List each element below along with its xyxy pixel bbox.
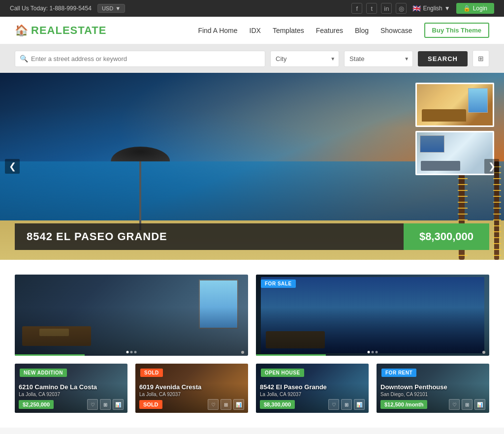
card-1-grid-button[interactable]: ⊞ [100, 399, 111, 410]
card-3-address: La Jolla, CA 92037 [260, 392, 365, 397]
card-2-chart-button[interactable]: 📊 [233, 399, 244, 410]
thumb-interior-1 [417, 84, 493, 125]
nav-links: Find A Home IDX Templates Features Blog … [198, 23, 489, 38]
card-1-title: 6210 Camino De La Costa [19, 383, 124, 391]
card-4-chart-button[interactable]: 📊 [474, 399, 485, 410]
card-dot-c [376, 351, 378, 353]
sold-badge: SOLD [140, 369, 163, 377]
card-dot-a [368, 351, 370, 353]
properties-section: FOR SALE NEW ADDITION 6210 Camino De La … [0, 260, 504, 428]
couch-decor [422, 109, 466, 122]
logo[interactable]: 🏠 REALESTATE [15, 24, 106, 37]
hero-section: ❮ ❯ 8542 EL PASEO GRANDE $8,300,000 [0, 73, 504, 260]
property-card-1[interactable]: NEW ADDITION 6210 Camino De La Costa La … [15, 364, 127, 413]
card-4-bottom: Downtown Penthouse San Diego, CA 92101 $… [377, 380, 489, 413]
palm-trunk-2 [494, 161, 499, 260]
card-dot-1 [126, 351, 129, 353]
nav-idx[interactable]: IDX [250, 27, 261, 34]
card-2-heart-button[interactable]: ♡ [208, 399, 219, 410]
property-card-large-2[interactable]: FOR SALE [256, 275, 489, 356]
card-2-price: SOLD [139, 400, 162, 409]
hero-thumbnail-2[interactable] [415, 131, 494, 175]
card-2-actions: ♡ ⊞ 📊 [208, 399, 244, 410]
hero-thumbnail-1[interactable] [415, 83, 494, 127]
nav-templates[interactable]: Templates [273, 27, 304, 34]
hero-thumbnails [415, 83, 494, 175]
card-4-grid-button[interactable]: ⊞ [462, 399, 472, 410]
twitter-icon[interactable]: t [366, 3, 377, 14]
logo-text: REALESTATE [31, 24, 106, 37]
city-select[interactable]: City [270, 51, 339, 67]
nav-blog[interactable]: Blog [355, 27, 369, 34]
card-dots-2 [368, 351, 378, 353]
property-card-3[interactable]: OPEN HOUSE 8542 El Paseo Grande La Jolla… [256, 364, 369, 413]
hero-prev-button[interactable]: ❮ [5, 159, 20, 174]
card-3-title: 8542 El Paseo Grande [260, 383, 365, 391]
card-3-bottom: 8542 El Paseo Grande La Jolla, CA 92037 … [256, 380, 369, 413]
language-label: English [423, 5, 442, 12]
search-button[interactable]: SEARCH [418, 51, 468, 66]
login-label: Login [473, 5, 487, 12]
property-card-large-1[interactable] [15, 275, 248, 356]
instagram-icon[interactable]: ◎ [396, 3, 407, 14]
card-1-price: $2,250,000 [19, 400, 54, 409]
card-3-chart-button[interactable]: 📊 [354, 399, 365, 410]
linkedin-icon[interactable]: in [381, 3, 392, 14]
flag-icon: 🇬🇧 [412, 4, 421, 12]
card-dot-2 [130, 351, 133, 353]
card-4-price: $12,500 /month [380, 400, 427, 409]
card-2-price-row: SOLD ♡ ⊞ 📊 [139, 399, 244, 410]
search-input-wrapper: 🔍 [15, 51, 265, 67]
card-1-price-row: $2,250,000 ♡ ⊞ 📊 [19, 399, 124, 410]
status-badge-for-sale: FOR SALE [261, 279, 296, 288]
card-3-price-row: $8,300,000 ♡ ⊞ 📊 [260, 399, 365, 410]
search-icon: 🔍 [20, 55, 28, 62]
card-dot-3 [134, 351, 137, 353]
card-4-price-row: $12,500 /month ♡ ⊞ 📊 [380, 399, 485, 410]
card-2-grid-button[interactable]: ⊞ [220, 399, 231, 410]
card-3-actions: ♡ ⊞ 📊 [328, 399, 365, 410]
hero-umbrella-decor [111, 142, 170, 230]
facebook-icon[interactable]: f [351, 3, 362, 14]
hero-price: $8,300,000 [404, 223, 489, 250]
nav-showcase[interactable]: Showcase [380, 27, 412, 34]
grid-view-button[interactable]: ⊞ [472, 50, 489, 67]
state-select-wrapper: State [344, 51, 413, 67]
lock-icon: 🔒 [463, 5, 471, 12]
chevron-down-icon: ▼ [444, 5, 450, 12]
umbrella-top [111, 142, 170, 161]
currency-selector[interactable]: USD ▼ [97, 4, 125, 13]
hero-address: 8542 EL PASEO GRANDE [15, 223, 404, 250]
palm-tree-far-right [494, 161, 499, 260]
hero-next-button[interactable]: ❯ [484, 159, 499, 174]
card-progress-bar [15, 354, 85, 356]
property-card-2[interactable]: SOLD 6019 Avenida Cresta La Jolla, CA 92… [135, 364, 248, 413]
card-progress-bar-2 [256, 354, 326, 356]
card-3-grid-button[interactable]: ⊞ [341, 399, 352, 410]
card-1-chart-button[interactable]: 📊 [113, 399, 124, 410]
card-3-price: $8,300,000 [260, 400, 295, 409]
top-bar: Call Us Today: 1-888-999-5454 USD ▼ f t … [0, 0, 504, 17]
state-select[interactable]: State [344, 51, 413, 67]
nav-features[interactable]: Features [316, 27, 343, 34]
property-grid-large: FOR SALE [15, 275, 489, 356]
login-button[interactable]: 🔒 Login [456, 3, 494, 14]
search-input[interactable] [15, 51, 265, 67]
card-2-address: La Jolla, CA 92037 [139, 392, 244, 397]
phone-number: Call Us Today: 1-888-999-5454 [10, 5, 92, 12]
open-house-badge: OPEN HOUSE [261, 369, 304, 377]
card-1-bottom: 6210 Camino De La Costa La Jolla, CA 920… [15, 380, 127, 413]
language-selector[interactable]: 🇬🇧 English ▼ [412, 4, 450, 12]
window-decor-2 [420, 135, 444, 153]
property-grid-small: NEW ADDITION 6210 Camino De La Costa La … [15, 364, 489, 413]
card-1-heart-button[interactable]: ♡ [87, 399, 98, 410]
nav-find-home[interactable]: Find A Home [198, 27, 237, 34]
property-card-4[interactable]: FOR RENT Downtown Penthouse San Diego, C… [377, 364, 489, 413]
umbrella-pole [139, 161, 141, 230]
card-3-heart-button[interactable]: ♡ [328, 399, 339, 410]
buy-theme-button[interactable]: Buy This Theme [424, 23, 489, 38]
card-4-actions: ♡ ⊞ 📊 [449, 399, 485, 410]
card-progress-dot-2 [482, 351, 485, 354]
new-addition-badge: NEW ADDITION [20, 369, 67, 377]
card-4-heart-button[interactable]: ♡ [449, 399, 460, 410]
